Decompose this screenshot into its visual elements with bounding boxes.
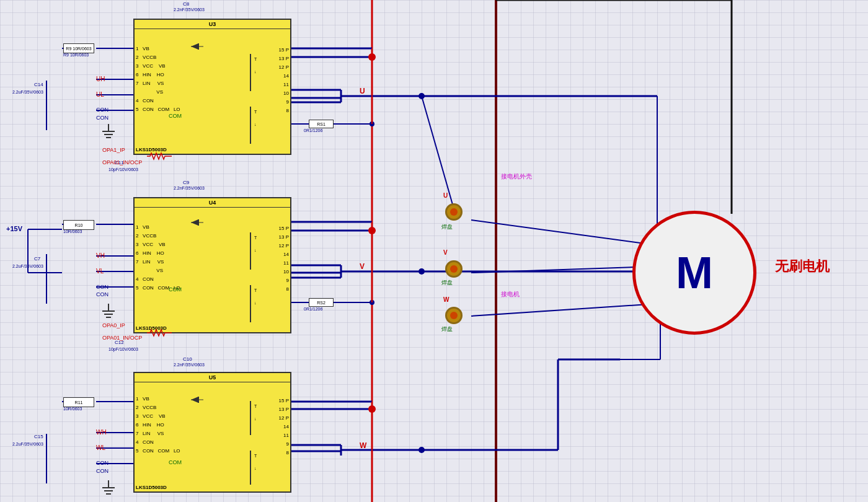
r10-resistor: R10 <box>63 220 94 230</box>
con-label-v1: CON <box>96 284 108 290</box>
u-pad-label-top: U <box>443 192 448 199</box>
ic-u5-right-pins: 15 P 13 P 12 P 14 11 9 8 <box>279 397 289 457</box>
ic-u4-mosfet-high: T ↓ <box>250 232 268 270</box>
svg-line-82 <box>471 266 654 273</box>
c8-label: C8 <box>183 1 189 7</box>
ic-u3-mosfet-low: T ↓ <box>250 107 268 144</box>
motor-m-symbol: M <box>676 247 713 298</box>
ic-u5-title: U5 <box>135 373 290 382</box>
c7-value: 2.2uF/35V/0603 <box>12 264 43 268</box>
svg-line-78 <box>422 96 453 205</box>
rs2-label: RS2 <box>317 301 326 305</box>
rs1-value: 0R1/1206 <box>304 128 322 133</box>
motor-housing-label: 接电机外壳 <box>501 172 532 181</box>
c8-value: 2.2nF/35V/0603 <box>174 7 205 12</box>
uh-label: UH <box>96 76 105 82</box>
opa1-ip-label: OPA1_IP <box>102 147 125 153</box>
con-label-u2: CON <box>96 115 108 121</box>
gnd-u4 <box>99 304 118 322</box>
opa0-ip-label: OPA0_IP <box>102 322 125 328</box>
motor-connect-label: 接电机 <box>501 290 520 299</box>
ic-u4: U4 1 VB 2 VCCB 3 VCC VB 6 HIN HO 7 LIN V… <box>133 197 291 333</box>
c15-value: 2.2uF/35V/0603 <box>12 442 43 446</box>
w-pad-label-top: W <box>443 296 449 303</box>
ic-u3-right-pins: 15 P 13 P 12 P 14 11 10 9 8 <box>279 46 289 115</box>
opa1-symbol <box>147 152 172 161</box>
c12-value: 10pF/10V/0603 <box>108 347 138 351</box>
ic-u3-left-pins: 1 VB 2 VCCB 3 VCC VB 6 HIN HO 7 LIN VS V… <box>136 45 180 114</box>
com-label-v: COM <box>169 286 182 293</box>
r9-label: R9 10R/0603 <box>66 46 91 51</box>
wl-label: WL <box>96 444 105 451</box>
c7-label: C7 <box>34 256 40 262</box>
ic-u4-left-pins: 1 VB 2 VCCB 3 VCC VB 6 HIN HO 7 LIN VS V… <box>136 223 180 293</box>
c14-value: 2.2uF/35V/0603 <box>12 90 43 94</box>
c10-label: C10 <box>183 356 192 362</box>
ic-u3-mosfet-high: T ↓ <box>250 54 268 91</box>
c15-label: C15 <box>34 434 43 439</box>
r10-value: 10R/0603 <box>63 229 82 234</box>
schematic-canvas: U3 1 VB 2 VCCB 3 VCC VB 6 HIN HO 7 LIN V… <box>0 0 868 502</box>
motor-name-label: 无刷电机 <box>775 257 830 276</box>
c14-label: C14 <box>34 82 43 87</box>
bus-dot-v-top <box>368 227 376 234</box>
v-pad-label-weld: 焊盘 <box>441 279 453 287</box>
diode-u5-vccb <box>191 395 203 404</box>
svg-point-25 <box>418 268 425 275</box>
svg-point-12 <box>418 93 425 99</box>
opa01-inocp-1-label: OPA01_IN/OCP <box>102 159 142 165</box>
com-label-u: COM <box>169 113 182 119</box>
r9-value: R9 10R/0603 <box>63 53 89 57</box>
r9-resistor: R9 10R/0603 <box>63 43 94 53</box>
w-output-label: W <box>360 441 366 450</box>
ic-u4-mosfet-low: T ↓ <box>250 285 268 322</box>
ic-u5-mosfet-low: T ↓ <box>250 451 268 485</box>
motor-circle: M <box>632 211 756 335</box>
svg-line-81 <box>471 220 654 245</box>
c9-label: C9 <box>183 180 189 185</box>
wh-label: WH <box>96 429 107 436</box>
v-solder-pad-dot <box>450 265 458 273</box>
svg-point-37 <box>418 447 425 453</box>
ic-u5-mosfet-high: T ↓ <box>250 401 268 435</box>
c11-value: 10pF/10V/0603 <box>108 167 138 172</box>
u-pad-label-weld: 焊盘 <box>441 223 453 231</box>
ic-u4-right-pins: 15 P 13 P 12 P 14 11 10 9 8 <box>279 224 289 294</box>
svg-point-15 <box>370 121 374 126</box>
c10-value: 2.2nF/35V/0603 <box>174 363 205 367</box>
w-pad-label-weld: 焊盘 <box>441 325 453 333</box>
c9-value: 2.2nF/35V/0603 <box>174 186 205 190</box>
ul-label: UL <box>96 91 104 98</box>
diode-u4-vccb <box>191 218 203 227</box>
rs1-label: RS1 <box>317 122 326 126</box>
ic-u5-model: LKS1D5003D <box>136 485 167 490</box>
r11-value: 10R/0603 <box>63 407 82 411</box>
rs2-value: 0R1/1206 <box>304 307 322 311</box>
r11-resistor: R11 <box>63 397 94 407</box>
bus-dot-w-top <box>368 405 376 413</box>
svg-point-28 <box>370 300 374 305</box>
v-output-label: V <box>360 262 365 271</box>
power-15v-label: +15V <box>6 225 22 232</box>
rs1-resistor: RS1 <box>309 120 334 128</box>
svg-line-83 <box>471 304 657 316</box>
gnd-u3 <box>99 124 118 143</box>
u-solder-pad-dot <box>450 208 458 216</box>
w-solder-pad-dot <box>450 312 458 319</box>
gnd-u5 <box>99 480 118 499</box>
con-label-w1: CON <box>96 460 108 466</box>
con-label-u1: CON <box>96 107 108 113</box>
con-label-w2: CON <box>96 468 108 474</box>
com-label-w: COM <box>169 459 182 465</box>
vl-label: VL <box>96 268 104 275</box>
ic-u3-title: U3 <box>135 20 290 29</box>
bus-dot-u-top <box>368 53 376 61</box>
opa0-symbol <box>147 328 172 338</box>
ic-u3: U3 1 VB 2 VCCB 3 VCC VB 6 HIN HO 7 LIN V… <box>133 19 291 155</box>
u-output-label: U <box>360 87 365 95</box>
ic-u5-left-pins: 1 VB 2 VCCB 3 VCC VB 6 HIN HO 7 LIN VS 4… <box>136 395 180 456</box>
con-label-v2: CON <box>96 291 108 297</box>
r11-label: R11 <box>75 400 83 405</box>
diode-u3-vccb <box>191 42 203 51</box>
v-pad-label-top: V <box>443 249 448 256</box>
